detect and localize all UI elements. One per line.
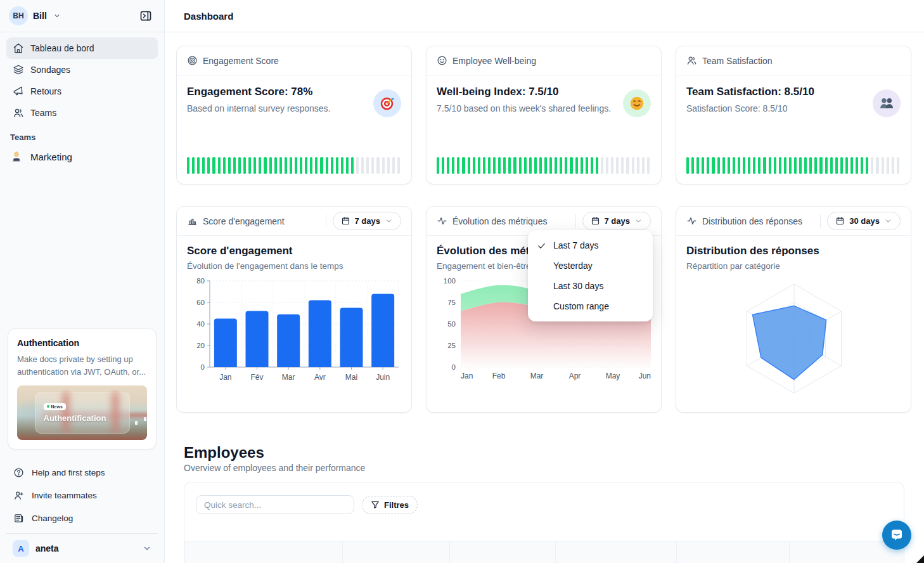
svg-text:50: 50: [447, 320, 456, 328]
main-area: Dashboard Engagement Score Engagement Sc…: [165, 0, 924, 563]
sidebar: BH Bill Tableau de bord Sondages Retours…: [0, 0, 165, 563]
filters-button[interactable]: Filtres: [362, 496, 418, 514]
sidebar-item-label: Sondages: [30, 65, 70, 75]
sidebar-item-teams[interactable]: Teams: [6, 102, 158, 124]
sidebar-team-list: Marketing: [0, 145, 164, 169]
column-header-performance[interactable]: Performance: [677, 541, 790, 563]
chat-launcher-button[interactable]: [882, 521, 911, 550]
promo-image-title: Authentification: [44, 413, 130, 423]
megaphone-icon: [13, 86, 24, 97]
column-header-team[interactable]: Team: [343, 541, 450, 563]
stat-title: Engagement Score: 78%: [187, 86, 330, 98]
sidebar-nav: Tableau de bord Sondages Retours Teams: [0, 32, 164, 124]
search-input[interactable]: [196, 495, 354, 514]
check-icon: [537, 241, 547, 250]
stat-cards-row: Engagement Score Engagement Score: 78% B…: [176, 46, 911, 184]
emoji-smile-icon: [623, 89, 651, 117]
stat-description: 7.5/10 based on this week's shared feeli…: [437, 103, 611, 113]
divider: [326, 214, 326, 228]
sidebar-item-tableau-de-bord[interactable]: Tableau de bord: [6, 37, 158, 59]
home-icon: [13, 42, 24, 54]
stat-description: Based on internal survey responses.: [187, 103, 330, 113]
activity-icon: [686, 216, 697, 226]
stat-card-header: Employee Well-being: [427, 46, 661, 75]
svg-text:Avr: Avr: [314, 373, 326, 382]
chevron-down-icon: [143, 544, 151, 553]
user-name[interactable]: Bill: [33, 11, 47, 21]
svg-text:25: 25: [447, 342, 456, 349]
stat-title: Team Satisfaction: 8.5/10: [686, 86, 814, 98]
chart-card-header: Distribution des réponses 30 days: [676, 207, 911, 236]
stat-card-header: Team Satisfaction: [676, 46, 911, 75]
svg-text:0: 0: [201, 363, 205, 371]
column-header-participation[interactable]: Participation: [556, 541, 677, 563]
date-range-button[interactable]: 30 days: [827, 212, 901, 230]
sidebar-section-label: Teams: [0, 124, 164, 145]
table-header-row: UserTeamPositionParticipationPerformance…: [184, 541, 904, 563]
team-label: Marketing: [30, 152, 72, 162]
user-plus-icon: [13, 490, 24, 501]
smile-icon: [437, 55, 447, 66]
svg-text:100: 100: [444, 277, 456, 285]
main-header: Dashboard: [165, 0, 924, 32]
promo-card-authentication[interactable]: Authentication Make docs private by sett…: [8, 328, 157, 450]
stat-card-header: Engagement Score: [177, 46, 411, 75]
chevron-down-icon: [634, 217, 643, 225]
svg-text:Juin: Juin: [376, 373, 390, 382]
stat-progress-bar: [437, 157, 651, 174]
sidebar-collapse-button[interactable]: [136, 6, 155, 25]
newspaper-icon: [13, 513, 24, 524]
sidebar-item-retours[interactable]: Retours: [6, 81, 158, 102]
sidebar-item-label: Teams: [30, 108, 56, 118]
chart-card-header: Score d'engagement 7 days: [177, 207, 411, 236]
stat-card-2: Team Satisfaction Team Satisfaction: 8.5…: [676, 46, 911, 184]
dropdown-option-yesterday[interactable]: Yesterday: [528, 256, 653, 276]
employees-table-card: Filtres UserTeamPositionParticipationPer…: [184, 482, 904, 563]
bar-chart-icon: [187, 216, 198, 226]
user-avatar[interactable]: BH: [9, 6, 28, 25]
chevron-down-icon: [53, 12, 61, 20]
date-range-button[interactable]: 7 days: [582, 212, 651, 230]
page-title: Dashboard: [184, 11, 233, 22]
svg-text:Mar: Mar: [530, 372, 544, 380]
stat-progress-bar: [187, 157, 401, 174]
svg-text:80: 80: [196, 277, 205, 285]
svg-text:Jan: Jan: [461, 372, 473, 380]
activity-icon: [437, 216, 447, 226]
svg-text:Feb: Feb: [492, 372, 506, 380]
sidebar-item-sondages[interactable]: Sondages: [6, 59, 158, 81]
sidebar-item-invite-teammates[interactable]: Invite teammates: [6, 484, 158, 507]
chevron-down-icon: [385, 217, 393, 225]
calendar-icon: [341, 216, 350, 226]
sidebar-item-changelog[interactable]: Changelog: [6, 507, 158, 529]
chart-subtitle: Évolution de l'engagement dans le temps: [187, 261, 401, 271]
stat-card-1: Employee Well-being Well-being Index: 7.…: [426, 46, 662, 184]
svg-text:20: 20: [196, 342, 205, 349]
workspace-switcher[interactable]: A aneta: [6, 533, 158, 563]
news-badge: News: [44, 403, 66, 410]
technologist-icon: [10, 150, 23, 163]
date-range-button[interactable]: 7 days: [333, 212, 401, 230]
users-icon: [13, 107, 24, 119]
stat-title: Well-being Index: 7.5/10: [437, 86, 611, 98]
sidebar-item-help-and-first-steps[interactable]: Help and first steps: [6, 461, 158, 484]
employees-subtitle: Overview of employees and their performa…: [184, 463, 365, 473]
promo-image: News Authentification: [17, 385, 147, 440]
column-header-user[interactable]: User: [184, 541, 343, 563]
chart-plot: [686, 276, 901, 396]
dropdown-option-last-30-days[interactable]: Last 30 days: [528, 276, 653, 296]
emoji-users-icon: [873, 89, 901, 117]
sidebar-team-marketing[interactable]: Marketing: [0, 145, 164, 169]
sidebar-item-label: Tableau de bord: [30, 43, 94, 53]
workspace-avatar: A: [13, 540, 29, 557]
promo-image-overlay: News Authentification: [35, 392, 130, 434]
svg-text:75: 75: [447, 299, 456, 306]
svg-text:Fév: Fév: [250, 373, 263, 382]
dropdown-option-last-7-days[interactable]: Last 7 days: [528, 235, 653, 256]
dropdown-option-custom-range[interactable]: Custom range: [528, 296, 653, 316]
content: Engagement Score Engagement Score: 78% B…: [165, 32, 924, 563]
svg-text:40: 40: [196, 320, 205, 328]
layers-icon: [13, 64, 24, 75]
help-icon: [13, 467, 24, 478]
column-header-position[interactable]: Position: [450, 541, 556, 563]
